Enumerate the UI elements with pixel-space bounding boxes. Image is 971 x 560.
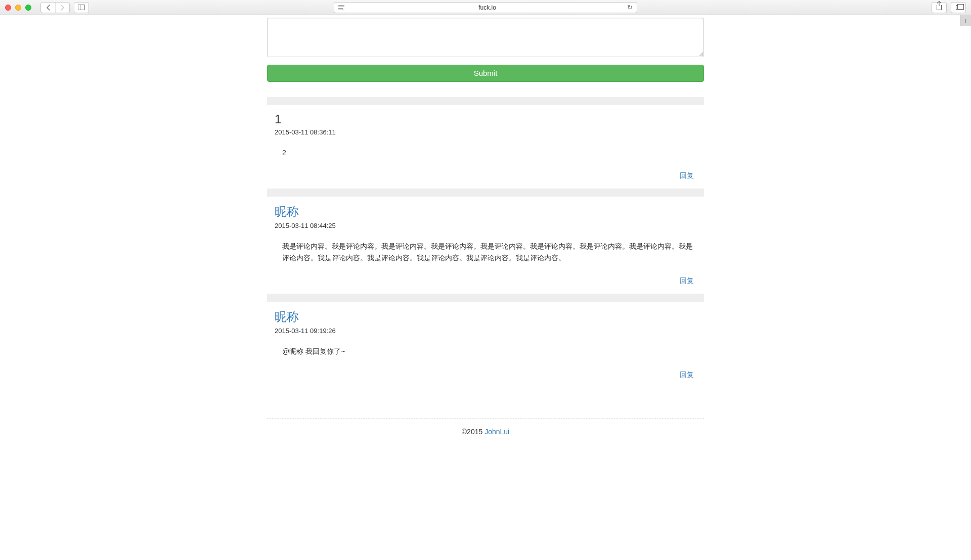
show-tabs-button[interactable] [951, 2, 966, 13]
comment-item: 昵称 2015-03-11 09:19:26 @昵称 我回复你了~ 回复 [267, 302, 704, 387]
url-text: fuck.io [347, 4, 627, 11]
comment-content: @昵称 我回复你了~ [275, 344, 696, 359]
new-tab-button[interactable]: + [960, 15, 971, 26]
sidebar-icon [78, 5, 85, 10]
reply-row: 回复 [275, 276, 696, 290]
address-bar[interactable]: fuck.io ↻ [334, 2, 637, 13]
minimize-window-button[interactable] [15, 5, 21, 11]
comment-author: 昵称 [275, 309, 696, 325]
footer-author-link[interactable]: JohnLui [484, 428, 509, 436]
comment-separator [267, 294, 704, 302]
sidebar-toggle-button[interactable] [74, 2, 89, 13]
comment-timestamp: 2015-03-11 08:44:25 [275, 222, 696, 229]
content-container: Submit 1 2015-03-11 08:36:11 2 回复 昵称 201… [267, 15, 704, 451]
comment-separator [267, 189, 704, 197]
chevron-left-icon [46, 5, 51, 11]
comment-author-link[interactable]: 昵称 [275, 310, 299, 323]
reply-link[interactable]: 回复 [680, 276, 694, 285]
fullscreen-window-button[interactable] [25, 5, 31, 11]
reader-icon [338, 5, 344, 10]
comment-author: 1 [275, 112, 696, 126]
back-button[interactable] [41, 3, 55, 13]
reply-row: 回复 [275, 370, 696, 384]
nav-button-group [40, 2, 70, 13]
comment-item: 昵称 2015-03-11 08:44:25 我是评论内容。我是评论内容。我是评… [267, 197, 704, 294]
toolbar-right [932, 2, 966, 13]
browser-toolbar: fuck.io ↻ [0, 0, 971, 15]
share-icon [937, 5, 942, 10]
close-window-button[interactable] [5, 5, 11, 11]
comment-item: 1 2015-03-11 08:36:11 2 回复 [267, 105, 704, 189]
comment-content: 我是评论内容。我是评论内容。我是评论内容。我是评论内容。我是评论内容。我是评论内… [275, 239, 696, 265]
comment-timestamp: 2015-03-11 08:36:11 [275, 128, 696, 136]
page-body: Submit 1 2015-03-11 08:36:11 2 回复 昵称 201… [0, 15, 971, 560]
comment-content: 2 [275, 145, 696, 160]
share-button[interactable] [932, 2, 947, 13]
comment-separator [267, 97, 704, 105]
reply-link[interactable]: 回复 [680, 171, 694, 179]
reply-row: 回复 [275, 171, 696, 184]
window-controls [5, 5, 31, 11]
submit-button[interactable]: Submit [267, 65, 704, 82]
comment-author-link[interactable]: 昵称 [275, 205, 299, 218]
chevron-right-icon [60, 5, 65, 11]
copyright-text: ©2015 [462, 428, 484, 436]
footer: ©2015 JohnLui [267, 428, 704, 451]
comment-timestamp: 2015-03-11 09:19:26 [275, 327, 696, 335]
forward-button[interactable] [55, 3, 69, 13]
reload-button[interactable]: ↻ [627, 4, 633, 11]
comment-author: 昵称 [275, 204, 696, 220]
tabs-icon [956, 5, 961, 10]
reply-link[interactable]: 回复 [680, 370, 694, 379]
footer-separator [267, 418, 704, 418]
comment-textarea[interactable] [267, 18, 704, 57]
